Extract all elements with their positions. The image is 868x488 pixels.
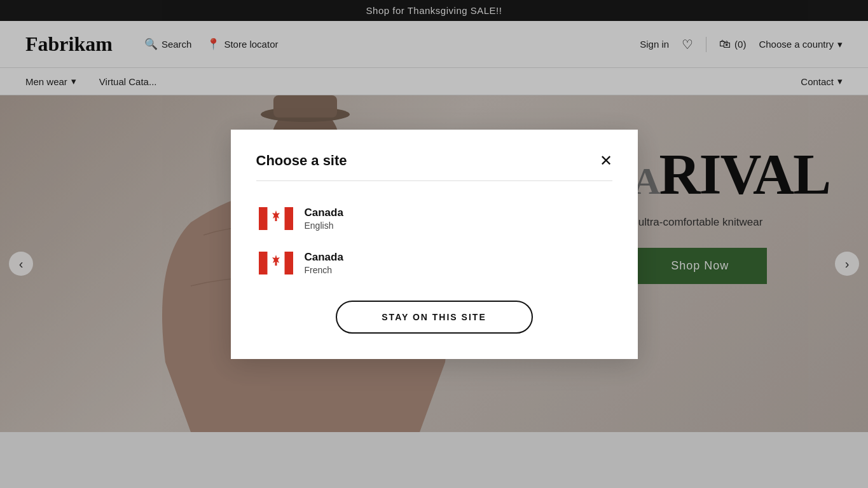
modal-overlay[interactable]: Choose a site ✕ Canada English xyxy=(0,0,868,488)
canada-flag-french xyxy=(259,252,293,274)
site-option-lang-english: English xyxy=(305,220,343,231)
site-option-country-english: Canada xyxy=(305,207,343,219)
site-option-text-canada-english: Canada English xyxy=(305,207,343,231)
site-option-canada-french[interactable]: Canada French xyxy=(256,243,612,283)
svg-rect-5 xyxy=(259,207,268,230)
choose-site-modal: Choose a site ✕ Canada English xyxy=(231,130,638,359)
modal-header: Choose a site ✕ xyxy=(256,152,612,181)
canada-flag-english xyxy=(259,207,293,230)
svg-rect-11 xyxy=(284,252,293,274)
site-option-lang-french: French xyxy=(305,265,343,275)
modal-title: Choose a site xyxy=(256,152,347,169)
svg-rect-8 xyxy=(275,217,277,221)
svg-rect-6 xyxy=(284,207,293,230)
stay-on-site-button[interactable]: STAY ON THIS SITE xyxy=(336,301,533,334)
site-option-country-french: Canada xyxy=(305,251,343,264)
site-option-canada-english[interactable]: Canada English xyxy=(256,199,612,238)
modal-close-button[interactable]: ✕ xyxy=(600,153,612,168)
svg-rect-10 xyxy=(259,252,268,274)
svg-rect-13 xyxy=(275,261,277,266)
site-option-text-canada-french: Canada French xyxy=(305,251,343,275)
